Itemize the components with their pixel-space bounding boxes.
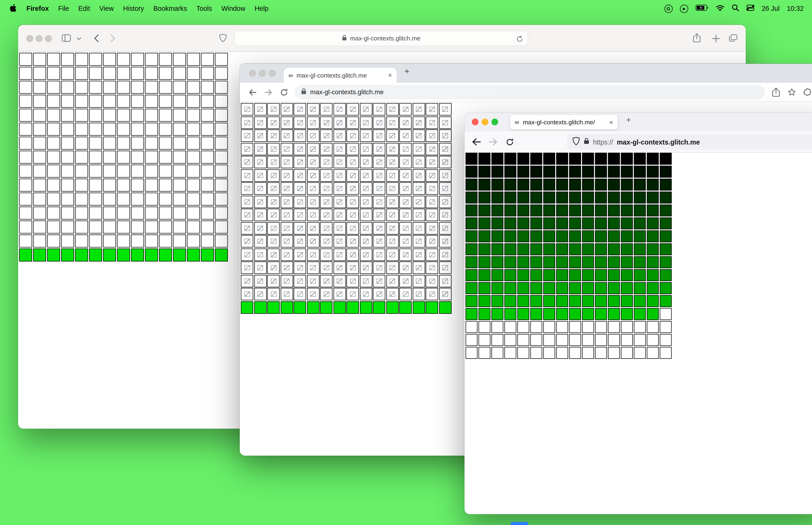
forward-icon[interactable] — [110, 34, 116, 42]
extensions-puzzle-icon[interactable] — [803, 88, 812, 96]
grid-cell — [399, 116, 412, 129]
grid-cell — [61, 207, 74, 220]
menu-tools[interactable]: Tools — [192, 5, 217, 13]
gradient-cell — [491, 179, 504, 191]
broken-image-icon — [310, 278, 316, 283]
menu-help[interactable]: Help — [250, 5, 273, 13]
grid-cell — [595, 347, 607, 359]
spotlight-icon[interactable] — [732, 4, 739, 13]
gradient-cell — [634, 295, 646, 307]
grid-cell — [280, 103, 293, 115]
firefox-active-tab[interactable]: ∞ max-gl-contexts.glitch.me/ × — [510, 115, 618, 130]
menubar-date[interactable]: 26 Jul — [762, 5, 780, 13]
minimize-button[interactable] — [482, 119, 489, 125]
back-icon[interactable] — [94, 34, 99, 42]
gradient-cell — [634, 243, 646, 255]
back-icon[interactable] — [472, 138, 481, 146]
apple-menu[interactable] — [7, 3, 22, 14]
wifi-icon[interactable] — [716, 4, 724, 13]
chevron-down-icon[interactable] — [77, 38, 81, 41]
grid-cell — [373, 142, 385, 155]
broken-image-icon — [323, 120, 329, 125]
chrome-active-tab[interactable]: ∞ max-gl-contexts.glitch.me × — [284, 68, 397, 83]
address-bar[interactable]: max-gl-contexts.glitch.me — [295, 85, 765, 100]
broken-image-icon — [244, 225, 250, 230]
grid-cell — [307, 130, 319, 142]
tab-overview-icon[interactable] — [729, 34, 737, 42]
control-center-icon[interactable] — [746, 5, 754, 13]
reload-icon[interactable] — [516, 35, 523, 45]
gradient-cell — [517, 179, 530, 191]
broken-image-icon — [323, 225, 329, 230]
grid-cell — [215, 123, 228, 136]
gradient-cell — [569, 179, 581, 191]
forward-icon[interactable] — [264, 88, 273, 97]
grid-cell — [426, 261, 438, 274]
close-button[interactable] — [249, 70, 256, 77]
close-button[interactable] — [472, 119, 479, 125]
menu-bookmarks[interactable]: Bookmarks — [149, 5, 192, 13]
battery-charging-icon[interactable] — [695, 5, 708, 13]
grid-cell — [280, 209, 293, 221]
address-bar[interactable]: https:// max-gl-contexts.glitch.me — [567, 134, 812, 150]
menu-edit[interactable]: Edit — [74, 5, 95, 13]
zoom-button[interactable] — [269, 70, 276, 77]
menubar-clock[interactable]: 10:32 — [787, 5, 804, 13]
reload-icon[interactable] — [280, 89, 288, 96]
minimize-button[interactable] — [259, 70, 266, 77]
back-icon[interactable] — [248, 88, 257, 97]
g-badge-icon[interactable]: G — [664, 4, 672, 13]
broken-image-icon — [323, 146, 329, 151]
grid-cell — [254, 261, 266, 274]
close-tab-icon[interactable]: × — [609, 118, 613, 126]
share-icon[interactable] — [772, 87, 780, 97]
grid-cell — [267, 182, 280, 195]
new-tab-button[interactable]: + — [404, 67, 409, 76]
gradient-cell — [647, 282, 659, 294]
minimize-button[interactable] — [36, 35, 43, 42]
broken-image-icon — [389, 160, 395, 165]
reload-icon[interactable] — [506, 138, 514, 146]
grid-cell — [294, 130, 306, 142]
broken-image-icon — [297, 186, 303, 191]
menu-view[interactable]: View — [95, 5, 119, 13]
grid-cell — [320, 130, 333, 142]
grid-cell — [19, 123, 32, 136]
broken-image-icon — [416, 173, 422, 178]
grid-cell — [267, 196, 280, 208]
menu-file[interactable]: File — [53, 5, 74, 13]
menu-history[interactable]: History — [119, 5, 149, 13]
gradient-cell — [479, 282, 491, 294]
grid-cell — [347, 196, 359, 208]
forward-icon[interactable] — [488, 138, 497, 146]
close-button[interactable] — [26, 35, 33, 42]
background-window-peek — [510, 522, 528, 525]
grid-cell — [254, 116, 266, 129]
close-tab-icon[interactable]: × — [388, 72, 392, 79]
zoom-button[interactable] — [45, 35, 52, 42]
grid-cell — [215, 109, 228, 122]
broken-image-icon — [310, 107, 316, 112]
grid-cell — [426, 288, 438, 300]
sidebar-icon[interactable] — [62, 34, 71, 42]
new-tab-icon[interactable] — [712, 35, 720, 43]
menu-window[interactable]: Window — [217, 5, 250, 13]
grid-cell — [33, 109, 46, 122]
share-icon[interactable] — [693, 33, 701, 43]
grid-cell — [333, 222, 346, 234]
grid-cell — [280, 261, 293, 274]
new-tab-button[interactable]: + — [626, 115, 631, 125]
zoom-button[interactable] — [491, 119, 498, 125]
bookmark-star-icon[interactable] — [787, 88, 796, 96]
grid-cell — [413, 142, 425, 155]
grid-cell — [347, 182, 359, 195]
grid-cell — [333, 156, 346, 168]
gradient-cell — [543, 166, 555, 178]
play-icon[interactable]: ▶ — [680, 4, 688, 13]
address-bar[interactable]: max-gl-contexts.glitch.me — [234, 31, 528, 46]
grid-cell — [215, 193, 228, 206]
app-menu[interactable]: Firefox — [22, 5, 53, 13]
broken-image-icon — [376, 212, 382, 217]
grid-cell — [187, 193, 200, 206]
privacy-shield-icon[interactable] — [219, 34, 227, 42]
